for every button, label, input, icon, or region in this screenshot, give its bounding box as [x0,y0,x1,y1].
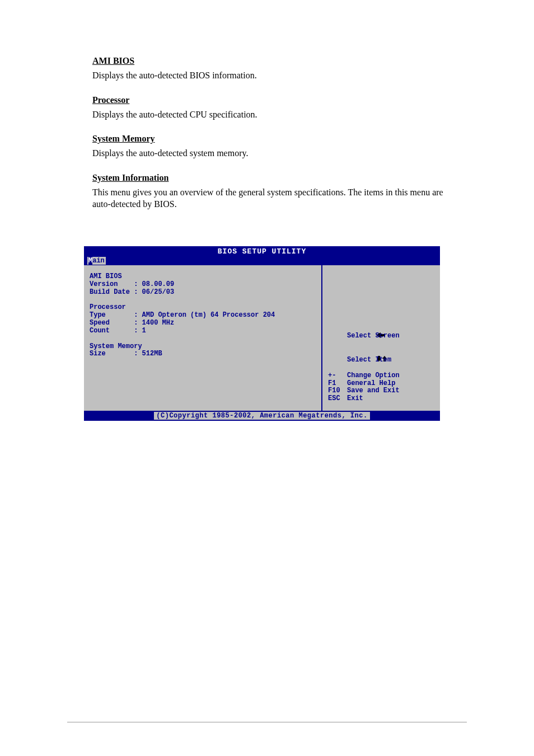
bios-copyright: (C)Copyright 1985-2002, American Megatre… [154,412,369,420]
text-system-memory: Displays the auto-detected system memory… [92,147,444,159]
bios-left-pane: AMI BIOS Version : 08.00.09 Build Date :… [84,265,322,411]
bios-help-save-exit-label: Save and Exit [347,387,400,395]
bios-footer: (C)Copyright 1985-2002, American Megatre… [84,411,440,421]
bios-tab-main-rest: ain [92,257,105,265]
heading-system-information: System Information [92,173,444,183]
bios-title-bar: BIOS SETUP UTILITY [84,246,440,257]
bios-size-line: Size : 512MB [90,350,316,358]
arrow-left-icon [328,325,343,348]
bios-help-select-item: Select Item [328,348,434,372]
bios-ami-header: AMI BIOS [90,273,316,281]
bios-help-key-f1: F1 [328,380,343,388]
page-footer-rule [67,722,467,722]
section-system-memory: System Memory Displays the auto-detected… [92,134,444,159]
bios-count-line: Count : 1 [90,327,316,335]
bios-help-select-item-label: Select Item [347,356,391,364]
bios-help-select-screen-label: Select Screen [347,332,400,340]
bios-help-save-exit: F10 Save and Exit [328,387,434,395]
bios-help-key-f10: F10 [328,387,343,395]
bios-memory-header: System Memory [90,343,316,351]
bios-help-general-help-label: General Help [347,380,395,388]
bios-version-line: Version : 08.00.09 [90,281,316,289]
bios-right-pane: Select Screen Select Item +- Change Opti… [322,265,440,411]
bios-help-select-screen: Select Screen [328,325,434,348]
bios-screenshot: BIOS SETUP UTILITY Main AMI BIOS Version… [84,246,440,421]
bios-help-general-help: F1 General Help [328,380,434,388]
bios-build-line: Build Date : 06/25/03 [90,289,316,297]
text-ami-bios: Displays the auto-detected BIOS informat… [92,69,444,82]
heading-system-memory: System Memory [92,134,444,144]
bios-help-change-option-label: Change Option [347,372,400,380]
arrow-up-down-icon [328,348,343,372]
bios-help-exit: ESC Exit [328,395,434,403]
section-processor: Processor Displays the auto-detected CPU… [92,95,444,121]
bios-tab-main[interactable]: Main [87,257,106,265]
bios-help-exit-label: Exit [347,395,363,403]
section-ami-bios: AMI BIOS Displays the auto-detected BIOS… [92,56,444,82]
text-processor: Displays the auto-detected CPU specifica… [92,109,444,121]
bios-help-key-esc: ESC [328,395,343,403]
bios-type-line: Type : AMD Opteron (tm) 64 Processor 204 [90,312,316,320]
heading-ami-bios: AMI BIOS [92,56,444,66]
bios-speed-line: Speed : 1400 MHz [90,320,316,327]
text-system-information: This menu gives you an overview of the g… [92,186,444,210]
heading-processor: Processor [92,95,444,105]
section-system-information: System Information This menu gives you a… [92,173,444,210]
bios-help-change-option: +- Change Option [328,372,434,380]
bios-tab-row: Main [84,257,440,265]
bios-body: AMI BIOS Version : 08.00.09 Build Date :… [84,265,440,411]
bios-help-key-plusminus: +- [328,372,343,380]
bios-processor-header: Processor [90,304,316,312]
